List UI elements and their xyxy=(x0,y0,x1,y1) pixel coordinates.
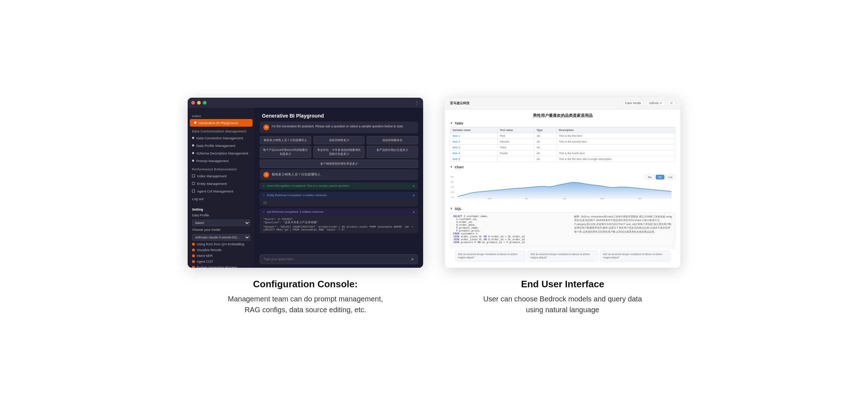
item4-desc: This is the fourth item xyxy=(556,150,675,156)
intent-header[interactable]: ✓ Intent Recognition Completed: This is … xyxy=(260,182,418,190)
minimize-dot[interactable] xyxy=(197,101,201,105)
check-icon: ✓ xyxy=(263,184,265,187)
sidebar-item-data-profile[interactable]: Data Profile Management xyxy=(188,142,255,149)
toggle-explain-label: Explain Generation Process xyxy=(197,266,237,268)
item1-type: 1A xyxy=(534,133,556,139)
model-select[interactable]: anthropic.claude-3-sonnet-202... xyxy=(192,234,250,241)
item4-value: Fourth xyxy=(497,150,534,156)
assistant-avatar: G xyxy=(263,124,269,130)
col-header-value: Test value xyxy=(497,127,534,133)
bar-chart-btn[interactable]: Bar xyxy=(646,175,655,179)
toggle-visualize-dot xyxy=(192,249,195,251)
suggestion-1[interactable]: Sed do eiusmod tempor incididunt ut labo… xyxy=(455,250,525,262)
sidebar-performance-label: Performance Enhancement xyxy=(188,165,255,172)
pie-chart-btn[interactable]: Pie xyxy=(656,175,664,179)
sidebar-item-entity[interactable]: Entity Management xyxy=(188,180,255,187)
qa-header[interactable]: ✓ QA Retrieval Completed: 3 entities ret… xyxy=(260,208,418,216)
sample-btn-7[interactable]: 各个销销类型的增长率是多少 xyxy=(260,160,418,168)
left-caption-title: Configuration Console: xyxy=(188,279,423,290)
item3-link[interactable]: Item 3 xyxy=(452,146,460,149)
sidebar-data-customization-label: Data Customization Management xyxy=(188,127,255,134)
toggle-agent-cot-dot xyxy=(192,260,195,263)
sidebar-item-schema[interactable]: Schema Description Management xyxy=(188,149,255,157)
entity-header[interactable]: ✓ Entity Retrieval Completed: 0 entities… xyxy=(260,192,418,199)
user-message: G 都有多少销售人员？分别是哪些人 xyxy=(260,169,418,180)
right-titlebar: 亚马逊云科技 Dark Mode Github ↗ C xyxy=(445,98,680,109)
assistant-message: G I'm the Generative BI assistant. Pleas… xyxy=(260,122,418,133)
item2-link[interactable]: Item 2 xyxy=(452,140,460,143)
screenshots-row: ⋮ Index Generative BI Playground Data Cu… xyxy=(0,83,868,275)
sidebar-item-entity-label: Entity Management xyxy=(197,182,227,186)
item4-link[interactable]: Item 4 xyxy=(452,152,460,155)
toggle-intent-ner-label: Intent NER xyxy=(197,254,213,258)
chart-container: Bar Pie Line xyxy=(450,175,675,204)
table-arrow-icon: ▼ xyxy=(450,122,453,125)
right-content: 男性用户最喜欢的品类是家居用品 ▼ Table Variable name Te… xyxy=(445,109,680,268)
sidebar-item-playground[interactable]: Generative BI Playground xyxy=(190,119,253,127)
table-section-label: Table xyxy=(455,121,463,125)
sample-btn-2[interactable]: 省份你销售多少 xyxy=(313,136,365,144)
sidebar-item-prompt[interactable]: Prompt Management xyxy=(188,157,255,165)
sample-btn-5[interactable]: 和去年比，今年各省份的销量增长贡献分别是多少 xyxy=(313,146,365,158)
github-btn[interactable]: Github ↗ xyxy=(646,100,665,106)
entity-check-icon: ✓ xyxy=(263,194,265,197)
maximize-dot[interactable] xyxy=(203,101,206,105)
col-header-type: Type xyxy=(534,127,556,133)
chart-svg: 900 600 400 200 100 2000 500 xyxy=(450,175,675,200)
qa-answer: "Answer": "SELECT COUNT(DISTINCT 'produc… xyxy=(263,225,414,231)
suggestion-3[interactable]: Sed do eiusmod tempor incididunt ut labo… xyxy=(600,250,670,262)
chat-input[interactable] xyxy=(264,257,411,261)
svg-text:2000: 2000 xyxy=(488,198,492,200)
sample-btn-3[interactable]: 省份的销量排名 xyxy=(367,136,418,144)
intent-chevron: ∧ xyxy=(413,184,415,188)
sidebar-item-prompt-label: Prompt Management xyxy=(196,159,229,163)
sample-btn-6[interactable]: 各产品的分销占比是多少 xyxy=(367,146,418,158)
close-dot[interactable] xyxy=(191,101,195,105)
sql-section: SELECT C.customer_name, C.customer_id, O… xyxy=(450,212,675,246)
sidebar: Index Generative BI Playground Data Cust… xyxy=(188,108,255,268)
window-menu-icon: ⋮ xyxy=(414,100,420,106)
col-header-name: Variable name xyxy=(450,127,498,133)
sidebar-item-index[interactable]: Index Management xyxy=(188,172,255,180)
intent-block: ✓ Intent Recognition Completed: This is … xyxy=(260,182,418,190)
extra-btn[interactable]: C xyxy=(668,100,676,106)
item4-type: 2A xyxy=(534,150,556,156)
chart-area: 900 600 400 200 100 2000 500 xyxy=(450,175,675,200)
left-screenshot: ⋮ Index Generative BI Playground Data Cu… xyxy=(188,98,423,268)
data-table: Variable name Test value Type Descriptio… xyxy=(450,127,675,162)
sql-code: SELECT C.customer_name, C.customer_id, O… xyxy=(453,215,571,244)
item5-link[interactable]: Item 5 xyxy=(452,157,460,161)
intent-label: Intent Recognition Completed: This is a … xyxy=(267,184,349,187)
entity-block: ✓ Entity Retrieval Completed: 0 entities… xyxy=(260,192,418,206)
toggle-visualize: Visualize Results xyxy=(188,247,255,253)
svg-text:1000: 1000 xyxy=(563,198,567,200)
sidebar-item-data-connection[interactable]: Data Connection Management xyxy=(188,134,255,142)
item5-type: 2A xyxy=(534,156,556,162)
sample-btn-1[interactable]: 都有多少销售人员？分别是哪些人 xyxy=(260,136,311,144)
chart-section-header: ▼ Chart xyxy=(450,165,675,169)
item3-type: 1A xyxy=(534,144,556,150)
suggestion-2[interactable]: Sed do eiusmod tempor incididunt ut labo… xyxy=(527,250,598,262)
left-caption-desc: Management team can do prompt management… xyxy=(188,293,423,315)
right-caption-title: End User Interface xyxy=(445,279,680,290)
item1-link[interactable]: Item 1 xyxy=(452,134,460,137)
model-label: Choose your model xyxy=(188,227,255,233)
line-chart-btn[interactable]: Line xyxy=(665,175,675,179)
item2-type: 1A xyxy=(534,139,556,144)
sidebar-item-agent-col-label: Agent Col Management xyxy=(197,189,233,193)
data-profile-select[interactable]: baize2 xyxy=(192,220,250,226)
sidebar-logout-label: Log out xyxy=(192,197,204,201)
entity-chevron: ∧ xyxy=(413,194,415,197)
right-caption: End User Interface User can choose Bedro… xyxy=(445,279,680,315)
captions-row: Configuration Console: Management team c… xyxy=(0,275,868,315)
sidebar-item-logout[interactable]: Log out xyxy=(188,195,255,203)
sidebar-item-agent-col[interactable]: Agent Col Management xyxy=(188,187,255,195)
setting-label: Setting xyxy=(188,203,255,212)
send-button-icon[interactable]: ➤ xyxy=(411,257,414,262)
svg-text:400: 400 xyxy=(451,186,454,188)
dark-mode-btn[interactable]: Dark Mode xyxy=(622,100,643,106)
sample-btn-4[interactable]: 每个产品2024年和2023年的销量分别是多少 xyxy=(260,146,311,158)
app-body: Index Generative BI Playground Data Cust… xyxy=(188,108,423,268)
sql-section-label: SQL xyxy=(455,207,462,211)
window-titlebar: ⋮ xyxy=(188,98,423,108)
